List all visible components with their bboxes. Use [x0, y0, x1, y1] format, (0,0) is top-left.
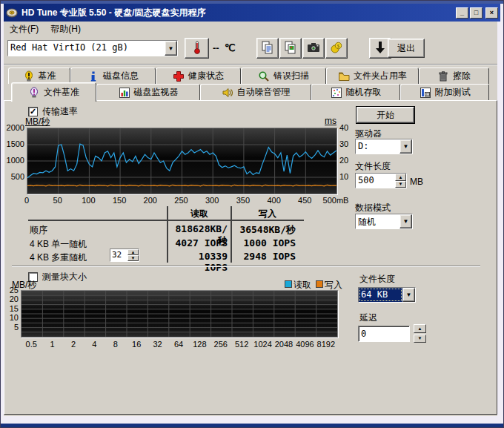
- sequential-write-value: 36548KB/秒: [235, 223, 296, 237]
- close-button[interactable]: ×: [485, 7, 498, 19]
- tab-disk-info[interactable]: 磁盘信息: [70, 68, 156, 84]
- copy-image-icon: [283, 40, 298, 57]
- tab-erase[interactable]: 擦除: [419, 68, 489, 84]
- copy-image-button[interactable]: [279, 38, 302, 59]
- screenshot-button[interactable]: [302, 38, 325, 59]
- barchart-icon: [119, 87, 130, 99]
- x-tick-label: 350: [228, 196, 258, 205]
- block-size-checkbox[interactable]: 测量块大小: [28, 271, 87, 283]
- tab-auto-acoustic[interactable]: 自动噪音管理: [200, 84, 311, 100]
- menu-bar: 文件(F) 帮助(H): [4, 22, 497, 36]
- file-length-label: 文件长度: [355, 160, 391, 173]
- tab-row-1: 基准磁盘信息健康状态错误扫描文件夹占用率擦除: [8, 68, 489, 84]
- queue-depth-value: 32: [110, 249, 127, 261]
- y-tick-label: 1500: [4, 139, 24, 148]
- spin-up-icon[interactable]: ▲: [395, 174, 406, 181]
- read-column-header: 读取: [181, 208, 218, 220]
- write-legend-label: 写入: [325, 280, 342, 290]
- y2-tick-label: 40: [339, 123, 357, 132]
- tab-folder-usage[interactable]: 文件夹占用率: [326, 68, 419, 84]
- tab-health[interactable]: 健康状态: [156, 68, 241, 84]
- chevron-down-icon[interactable]: ▼: [402, 288, 415, 302]
- copy-text-icon: [260, 40, 275, 57]
- read-legend-label: 读取: [294, 280, 311, 290]
- tab-label: 健康状态: [188, 70, 224, 82]
- tab-benchmark[interactable]: 基准: [8, 68, 70, 84]
- checkbox-label: 测量块大小: [42, 271, 87, 283]
- menu-help[interactable]: 帮助(H): [44, 22, 87, 37]
- spin-up-icon[interactable]: ▲: [127, 249, 139, 255]
- y2-tick-label: 20: [339, 156, 357, 165]
- spin-down-icon[interactable]: ▼: [414, 335, 426, 343]
- maximize-button[interactable]: □: [470, 7, 483, 19]
- queue-depth-spinner[interactable]: 32 ▲▼: [110, 248, 139, 262]
- file-length-value: 500: [356, 174, 395, 188]
- info-blue-icon: [87, 70, 99, 82]
- x-tick-label: 200: [136, 196, 165, 205]
- minimize-button[interactable]: _: [456, 7, 468, 19]
- chevron-down-icon[interactable]: ▼: [399, 214, 412, 228]
- x-tick-label: 0: [12, 196, 42, 205]
- menu-file[interactable]: 文件(F): [4, 22, 44, 37]
- coins-icon: $: [329, 40, 344, 57]
- cross-red-icon: [173, 70, 185, 82]
- x-tick-label: 8192: [314, 340, 339, 349]
- scatter-icon: [331, 87, 342, 99]
- exit-button[interactable]: 退出: [388, 39, 425, 58]
- tab-label: 擦除: [453, 70, 471, 82]
- x-tick-label: 500mB: [321, 196, 351, 205]
- temperature-button[interactable]: [185, 38, 209, 59]
- delay-updown[interactable]: ▲ ▼: [414, 324, 426, 343]
- chevron-down-icon[interactable]: ▼: [165, 41, 177, 56]
- tab-error-scan[interactable]: 错误扫描: [241, 68, 326, 84]
- speaker-icon: [222, 87, 233, 99]
- y2-axis-unit: ms: [325, 116, 336, 126]
- delay-input[interactable]: 0: [358, 326, 410, 342]
- x-tick-label: 400: [259, 196, 289, 205]
- file-length-spinner[interactable]: 500 ▲▼: [355, 173, 407, 188]
- spin-up-icon[interactable]: ▲: [414, 324, 426, 333]
- data-pattern-label: 数据模式: [355, 202, 391, 214]
- tab-label: 错误扫描: [273, 70, 309, 82]
- 4k-multi-write-value: 2948 IOPS: [235, 251, 296, 262]
- y-tick-label: 10: [4, 313, 19, 322]
- temperature-value: --: [213, 42, 219, 53]
- spin-down-icon[interactable]: ▼: [127, 255, 139, 261]
- row-label-4k-multi: 4 KB 多重随机: [30, 251, 87, 264]
- thermometer-icon: [190, 40, 205, 57]
- block-file-length-label: 文件长度: [359, 273, 395, 286]
- block-file-length-value: 64 KB: [359, 288, 402, 302]
- tab-disk-monitor[interactable]: 磁盘监视器: [96, 84, 200, 100]
- coins-button[interactable]: $: [325, 38, 348, 59]
- start-button[interactable]: 开始: [357, 107, 414, 123]
- y2-tick-label: 10: [339, 172, 357, 181]
- app-window: HD Tune 专业版 5.50 - 硬盘/固态硬盘实用程序 _ □ × 文件(…: [0, 0, 504, 428]
- x-tick-label: 150: [105, 196, 134, 205]
- 4k-single-write-value: 1000 IOPS: [235, 237, 296, 248]
- block-file-length-dropdown[interactable]: 64 KB ▼: [358, 287, 416, 303]
- title-bar[interactable]: HD Tune 专业版 5.50 - 硬盘/固态硬盘实用程序 _ □ ×: [4, 4, 500, 22]
- exclaim-yellow-icon: [23, 70, 35, 82]
- x-tick-label: 50: [43, 196, 73, 205]
- tab-label: 磁盘信息: [103, 70, 139, 82]
- tab-label: 基准: [39, 70, 56, 82]
- trash-icon: [437, 70, 449, 82]
- tab-random-access[interactable]: 随机存取: [311, 84, 400, 100]
- spin-down-icon[interactable]: ▼: [395, 181, 406, 188]
- transfer-rate-chart: [27, 128, 337, 194]
- copy-text-button[interactable]: [256, 38, 279, 59]
- y-tick-label: 25: [4, 286, 19, 294]
- data-pattern-dropdown[interactable]: 随机 ▼: [355, 214, 413, 229]
- drive-select[interactable]: Red Hat VirtIO (21 gB) ▼: [7, 40, 178, 56]
- chevron-down-icon[interactable]: ▼: [399, 139, 412, 154]
- tab-label: 附加测试: [435, 86, 471, 99]
- exclaim-purple-icon: [28, 87, 40, 99]
- tab-file-benchmark[interactable]: 文件基准: [11, 82, 96, 102]
- x-tick-label: 250: [167, 196, 196, 205]
- camera-icon: [306, 40, 321, 57]
- drive-dropdown[interactable]: D: ▼: [355, 139, 413, 154]
- chart-table-icon: [420, 87, 431, 99]
- tab-label: 随机存取: [346, 86, 382, 99]
- y-tick-label: 1000: [4, 156, 24, 165]
- tab-extra-tests[interactable]: 附加测试: [400, 84, 489, 100]
